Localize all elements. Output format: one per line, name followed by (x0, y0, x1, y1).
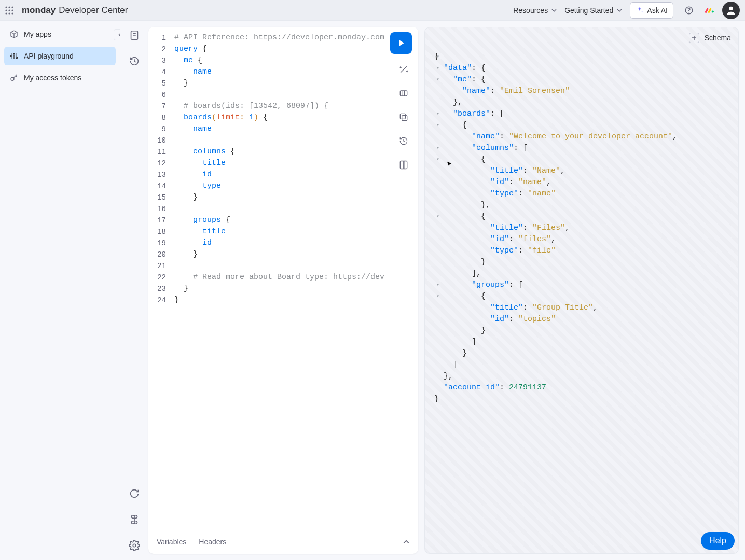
plus-icon (691, 35, 697, 41)
chevron-down-icon (551, 7, 557, 13)
schema-button[interactable]: Schema (705, 34, 731, 42)
cursor-icon (447, 161, 452, 166)
query-editor-block: 123456789101112131415161718192021222324 … (148, 27, 418, 554)
shortcuts-icon-button[interactable] (127, 512, 142, 527)
result-pane: Schema ▾{▾ "data": {▾ "me": { "name": "E… (424, 27, 739, 554)
editor-footer: Variables Headers (148, 529, 418, 554)
key-icon (9, 73, 19, 82)
svg-point-12 (729, 6, 733, 10)
package-icon (9, 30, 19, 39)
tab-headers[interactable]: Headers (199, 538, 226, 546)
sidebar-item-api-playground[interactable]: API playground (4, 47, 116, 65)
svg-point-2 (11, 6, 13, 8)
query-editor[interactable]: 123456789101112131415161718192021222324 … (148, 27, 418, 529)
code-area[interactable]: # API Reference: https://developer.monda… (172, 27, 418, 529)
nav-getting-started[interactable]: Getting Started (564, 6, 623, 15)
svg-point-0 (5, 6, 7, 8)
svg-point-11 (712, 10, 714, 12)
ask-ai-button[interactable]: Ask AI (630, 2, 673, 19)
nav-resources[interactable]: Resources (513, 6, 557, 15)
sparkle-icon (636, 6, 644, 15)
history-icon (129, 55, 140, 67)
sidebar-item-label: My apps (24, 30, 51, 38)
nav-getting-started-label: Getting Started (564, 6, 613, 15)
svg-point-1 (8, 6, 10, 8)
chevron-down-icon (616, 7, 623, 13)
sliders-icon (9, 51, 19, 61)
help-pill-button[interactable]: Help (701, 532, 735, 550)
refresh-icon-button[interactable] (127, 486, 142, 501)
monday-logo-icon (705, 5, 715, 16)
line-gutter: 123456789101112131415161718192021222324 (148, 27, 172, 529)
sidebar-item-my-access-tokens[interactable]: My access tokens (4, 68, 116, 87)
svg-point-7 (8, 12, 10, 14)
svg-point-14 (13, 54, 15, 55)
tab-variables[interactable]: Variables (157, 538, 186, 546)
query-editor-card: 123456789101112131415161718192021222324 … (148, 27, 418, 554)
docs-icon-button[interactable] (127, 28, 142, 43)
brand-rest: Developer Center (59, 5, 128, 16)
brand-title: monday Developer Center (22, 5, 128, 16)
svg-point-5 (11, 9, 13, 11)
result-viewer[interactable]: ▾{▾ "data": {▾ "me": { "name": "Emil Sor… (425, 48, 738, 408)
nav-resources-label: Resources (513, 6, 548, 15)
refresh-icon (129, 488, 140, 499)
help-pill-label: Help (709, 536, 726, 545)
brand-bold: monday (22, 5, 56, 16)
app-switcher-icon[interactable] (4, 5, 15, 16)
svg-point-6 (5, 12, 7, 14)
sidebar-item-my-apps[interactable]: My apps (4, 25, 116, 44)
svg-point-16 (11, 77, 14, 80)
command-icon (129, 514, 140, 525)
help-icon (684, 6, 694, 15)
sidebar: My appsAPI playgroundMy access tokens (0, 21, 120, 560)
user-avatar[interactable] (722, 2, 740, 19)
workspace: 123456789101112131415161718192021222324 … (148, 21, 745, 560)
result-header: Schema (425, 27, 738, 48)
svg-point-10 (688, 12, 689, 12)
svg-point-18 (133, 544, 136, 547)
playground-icon-rail (120, 21, 148, 560)
topbar: monday Developer Center Resources Gettin… (0, 0, 745, 21)
sidebar-item-label: API playground (24, 52, 74, 60)
stage: 123456789101112131415161718192021222324 … (120, 21, 745, 560)
add-tab-button[interactable] (689, 33, 699, 43)
sidebar-item-label: My access tokens (24, 74, 81, 82)
file-icon (129, 30, 140, 41)
chevron-up-icon[interactable] (403, 538, 410, 545)
settings-icon-button[interactable] (127, 538, 142, 553)
svg-point-3 (5, 9, 7, 11)
svg-point-15 (16, 57, 18, 59)
history-icon-button[interactable] (127, 54, 142, 68)
person-icon (725, 5, 737, 16)
svg-point-8 (11, 12, 13, 14)
svg-point-4 (8, 9, 10, 11)
gear-icon (129, 540, 140, 551)
svg-point-13 (10, 55, 12, 57)
help-icon-button[interactable] (681, 2, 697, 19)
schema-label: Schema (705, 34, 731, 42)
ask-ai-label: Ask AI (647, 6, 668, 15)
